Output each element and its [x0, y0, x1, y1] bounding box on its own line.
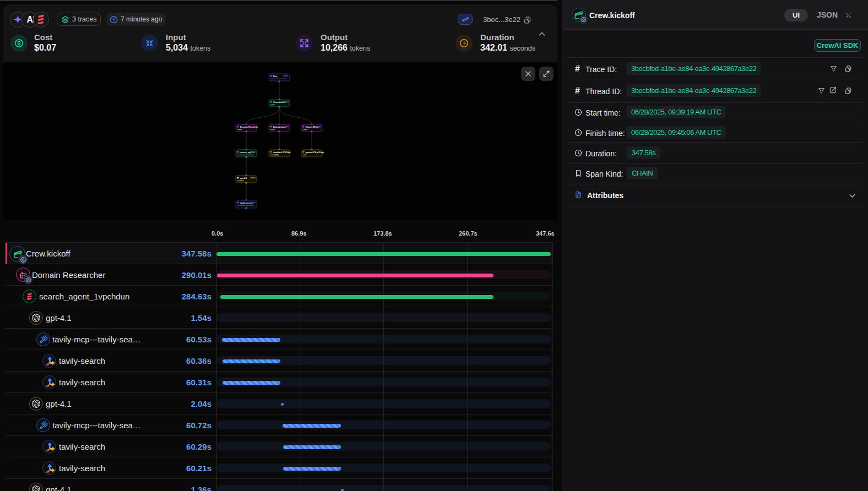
svg-text:gemini-2.5-prompt: gemini-2.5-prompt — [306, 151, 324, 154]
svg-text:Data Analyst: Data Analyst — [273, 126, 286, 128]
svg-text:gpt-4.1: gpt-4.1 — [240, 177, 247, 179]
svg-text:Run: Run — [273, 75, 278, 78]
svg-text:Report Writer: Report Writer — [306, 126, 319, 128]
svg-text:Domain Research: Domain Research — [240, 126, 258, 128]
